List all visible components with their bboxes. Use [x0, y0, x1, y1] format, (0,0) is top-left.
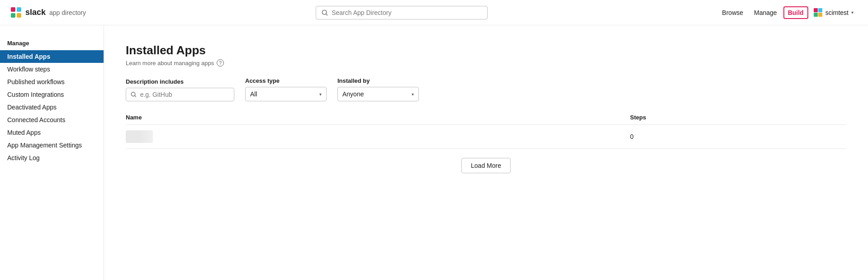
access-type-select[interactable]: All ▾ — [245, 87, 327, 101]
nav-browse[interactable]: Browse — [717, 6, 748, 19]
apps-table: Name Steps 0 — [126, 110, 846, 149]
sidebar-item-deactivated-apps[interactable]: Deactivated Apps — [0, 101, 104, 114]
installed-by-chevron-icon: ▾ — [412, 92, 414, 97]
table-row: 0 — [126, 125, 846, 149]
search-bar — [316, 6, 488, 19]
sidebar: Manage Installed Apps Workflow steps Pub… — [0, 25, 104, 280]
sidebar-item-muted-apps[interactable]: Muted Apps — [0, 126, 104, 139]
header-nav: Browse Manage Build scimtest ▾ — [717, 6, 857, 19]
load-more-wrap: Load More — [126, 149, 846, 182]
help-icon[interactable]: ? — [217, 59, 224, 66]
filter-search-icon — [131, 91, 137, 98]
page-title: Installed Apps — [126, 43, 846, 57]
workspace-selector[interactable]: scimtest ▾ — [810, 6, 857, 19]
description-filter-input[interactable] — [140, 91, 229, 98]
site-logo[interactable]: slack app directory — [11, 7, 86, 18]
app-steps-cell: 0 — [630, 125, 846, 149]
logo-sub-text: app directory — [49, 9, 86, 16]
sidebar-section-title: Manage — [0, 40, 104, 50]
sidebar-item-workflow-steps[interactable]: Workflow steps — [0, 63, 104, 76]
table-header: Name Steps — [126, 110, 846, 125]
installed-by-select[interactable]: Anyone ▾ — [337, 87, 419, 101]
nav-build[interactable]: Build — [783, 6, 808, 19]
table-body: 0 — [126, 125, 846, 149]
sidebar-item-activity-log[interactable]: Activity Log — [0, 152, 104, 164]
app-name-cell — [126, 125, 630, 149]
slack-logo-icon — [11, 7, 22, 18]
installed-by-filter-label: Installed by — [337, 77, 419, 84]
page-layout: Manage Installed Apps Workflow steps Pub… — [0, 25, 868, 280]
load-more-button[interactable]: Load More — [461, 158, 511, 173]
description-filter-group: Description includes — [126, 78, 234, 101]
nav-manage[interactable]: Manage — [749, 6, 782, 19]
app-icon-placeholder — [126, 130, 153, 143]
description-filter-input-wrap — [126, 88, 234, 101]
col-name: Name — [126, 110, 630, 125]
search-icon — [322, 9, 328, 16]
workspace-avatar — [814, 8, 823, 17]
logo-brand-text: slack — [25, 8, 46, 17]
svg-line-3 — [135, 95, 136, 97]
main-content: Installed Apps Learn more about managing… — [104, 25, 868, 280]
search-input[interactable] — [332, 9, 482, 16]
sidebar-item-published-workflows[interactable]: Published workflows — [0, 76, 104, 88]
description-filter-label: Description includes — [126, 78, 234, 85]
access-type-filter-group: Access type All ▾ — [245, 77, 327, 101]
filters-row: Description includes Access type All ▾ — [126, 77, 846, 101]
sidebar-item-app-management-settings[interactable]: App Management Settings — [0, 139, 104, 152]
workspace-name: scimtest — [825, 9, 849, 16]
installed-by-filter-group: Installed by Anyone ▾ — [337, 77, 419, 101]
sidebar-item-custom-integrations[interactable]: Custom Integrations — [0, 88, 104, 101]
page-subtitle: Learn more about managing apps ? — [126, 59, 846, 66]
access-type-chevron-icon: ▾ — [319, 92, 322, 97]
header: slack app directory Browse Manage Build … — [0, 0, 868, 25]
svg-line-1 — [326, 14, 327, 15]
workspace-chevron-icon: ▾ — [851, 10, 854, 15]
sidebar-item-installed-apps[interactable]: Installed Apps — [0, 50, 104, 63]
access-type-filter-label: Access type — [245, 77, 327, 84]
col-steps: Steps — [630, 110, 846, 125]
sidebar-item-connected-accounts[interactable]: Connected Accounts — [0, 114, 104, 126]
